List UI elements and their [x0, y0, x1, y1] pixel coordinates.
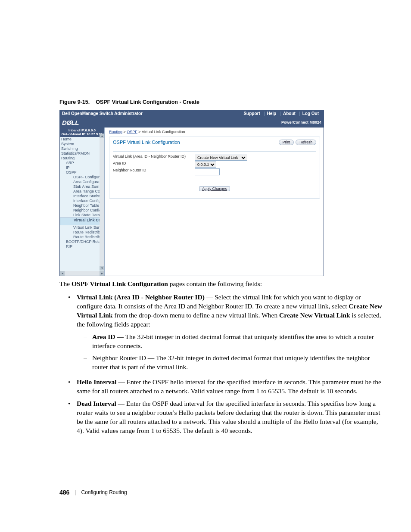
crumb-current: Virtual Link Configuration: [142, 130, 185, 134]
inband-ip: Inband IP:0.0.0.0: [61, 128, 103, 132]
tree-item[interactable]: Area Configuration: [60, 180, 104, 184]
scroll-left-icon[interactable]: ◂: [60, 271, 65, 276]
tree-item[interactable]: Interface Configura: [60, 199, 104, 203]
field-dead-interval: Dead Interval — Enter the OSPF dead inte…: [66, 398, 386, 437]
page-number: 486: [59, 489, 69, 496]
tree-item[interactable]: OSPF Configuratio: [60, 175, 104, 180]
field-hello-interval: Hello Interval — Enter the OSPF hello in…: [66, 376, 386, 398]
oob-ip: Out-of-band IP:10.27.5.31: [61, 132, 103, 136]
apply-changes-button[interactable]: Apply Changes: [199, 186, 230, 192]
crumb-ospf[interactable]: OSPF: [127, 130, 137, 134]
tree-item[interactable]: Link State Databa: [60, 213, 104, 218]
tree-item[interactable]: BOOTP/DHCP Relay: [60, 240, 104, 244]
footer-separator: |: [69, 489, 81, 495]
figure-title: OSPF Virtual Link Configuration - Create: [96, 99, 199, 105]
print-button[interactable]: Print: [279, 140, 294, 145]
dell-logo: DØLL: [62, 119, 79, 126]
tree-item[interactable]: Neighbor Configura: [60, 208, 104, 213]
footer-section: Configuring Routing: [81, 489, 127, 495]
tree-item[interactable]: Neighbor Table: [60, 203, 104, 208]
tree-item[interactable]: Interface Statistics: [60, 194, 104, 199]
tree-item[interactable]: Switching: [60, 146, 104, 151]
scroll-down-icon[interactable]: ▾: [100, 266, 104, 271]
panel-title: OSPF Virtual Link Configuration: [113, 140, 180, 145]
field-virtual-link: Virtual Link (Area ID - Neighbor Router …: [66, 291, 386, 376]
horizontal-scrollbar[interactable]: ◂▸: [60, 271, 104, 276]
tree-item[interactable]: Virtual Link Conf: [60, 218, 104, 225]
neighbor-router-id-input[interactable]: [195, 168, 220, 175]
virtual-link-label: Virtual Link (Area ID - Neighbor Router …: [113, 155, 195, 161]
tree-item[interactable]: Statistics/RMON: [60, 151, 104, 156]
subfield-area-id: Area ID — The 32-bit integer in dotted d…: [83, 331, 386, 352]
ip-info: Inband IP:0.0.0.0 Out-of-band IP:10.27.5…: [60, 128, 104, 137]
tree-item[interactable]: RIP: [60, 244, 104, 249]
tree-item[interactable]: ARP: [60, 161, 104, 165]
field-list: Virtual Link (Area ID - Neighbor Router …: [66, 291, 386, 437]
tree-item[interactable]: System: [60, 142, 104, 146]
topnav: Support Help About Log Out: [241, 112, 321, 116]
logout-link[interactable]: Log Out: [299, 112, 321, 116]
crumb-routing[interactable]: Routing: [109, 130, 122, 134]
intro-paragraph: The OSPF Virtual Link Configuration page…: [59, 280, 386, 289]
page-footer: 486 | Configuring Routing: [59, 489, 386, 496]
breadcrumb: Routing > OSPF > Virtual Link Configurat…: [109, 129, 320, 137]
app-titlebar: Dell OpenManage Switch Administrator Sup…: [59, 110, 324, 117]
tree-item[interactable]: Area Range Config: [60, 189, 104, 194]
neighbor-router-id-label: Neighbor Router ID: [113, 168, 195, 175]
area-id-select[interactable]: 0.0.0.1: [195, 162, 216, 168]
content-pane: Routing > OSPF > Virtual Link Configurat…: [105, 128, 324, 276]
brand-bar: DØLL PowerConnect M8024: [59, 117, 324, 128]
config-panel: OSPF Virtual Link Configuration Print Re…: [109, 137, 320, 199]
scroll-up-icon[interactable]: ▴: [100, 134, 104, 138]
scroll-right-icon[interactable]: ▸: [100, 271, 104, 276]
nav-tree: Inband IP:0.0.0.0 Out-of-band IP:10.27.5…: [60, 128, 105, 276]
app-title: Dell OpenManage Switch Administrator: [62, 112, 241, 116]
refresh-button[interactable]: Refresh: [296, 140, 316, 145]
support-link[interactable]: Support: [241, 112, 262, 116]
figure-number: Figure 9-15.: [59, 99, 90, 105]
tree-item[interactable]: Virtual Link Summ: [60, 225, 104, 230]
help-link[interactable]: Help: [264, 112, 279, 116]
tree-item[interactable]: Route Redistributio: [60, 235, 104, 240]
product-name: PowerConnect M8024: [281, 121, 321, 124]
tree-item[interactable]: Home: [60, 137, 104, 142]
tree-item[interactable]: Route Redistributio: [60, 230, 104, 235]
vertical-scrollbar[interactable]: ▴▾: [100, 134, 104, 271]
tree-item[interactable]: Routing: [60, 156, 104, 161]
tree-item[interactable]: Stub Area Summa: [60, 184, 104, 189]
about-link[interactable]: About: [280, 112, 298, 116]
subfield-neighbor-router-id: Neighbor Router ID — The 32-bit integer …: [83, 352, 386, 373]
tree-item[interactable]: OSPF: [60, 170, 104, 175]
tree-item[interactable]: IP: [60, 165, 104, 170]
area-id-label: Area ID: [113, 162, 195, 168]
figure-caption: Figure 9-15.OSPF Virtual Link Configurat…: [59, 99, 386, 105]
screenshot: Dell OpenManage Switch Administrator Sup…: [59, 110, 324, 276]
virtual-link-select[interactable]: Create New Virtual Link: [195, 155, 247, 161]
